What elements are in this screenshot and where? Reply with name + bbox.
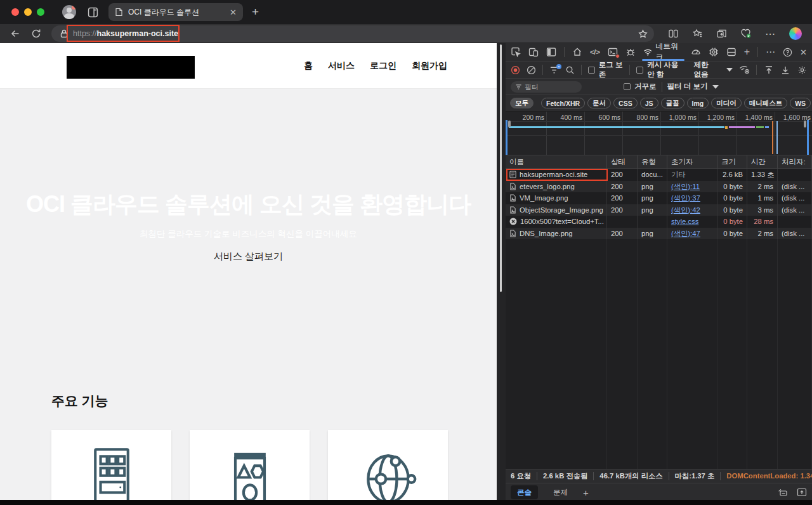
feature-card-vm[interactable]: [51, 430, 171, 500]
browser-essentials-icon[interactable]: [740, 29, 752, 39]
drawer-add-tab-icon[interactable]: +: [583, 487, 589, 498]
table-row[interactable]: ObjectStorage_Image.png 200 png (색인):42 …: [506, 204, 812, 216]
chip-doc[interactable]: 문서: [587, 98, 611, 108]
col-initiator[interactable]: 초기자: [667, 155, 717, 169]
table-row-failed[interactable]: 1600x500?text=Cloud+T... style.css 0 byt…: [506, 216, 812, 228]
export-har-icon[interactable]: [781, 65, 790, 75]
record-network-log-icon[interactable]: [511, 65, 520, 75]
hero-cta-link[interactable]: 서비스 살펴보기: [0, 251, 497, 263]
collections-icon[interactable]: [716, 29, 727, 39]
close-window-button[interactable]: [11, 8, 19, 16]
lock-icon[interactable]: [60, 29, 68, 38]
performance-gauge-icon[interactable]: [691, 47, 701, 57]
chip-js[interactable]: JS: [640, 98, 658, 108]
invert-filter-checkbox[interactable]: 거꾸로: [624, 82, 657, 91]
disable-cache-checkbox[interactable]: 캐시 사용 안 함: [636, 60, 687, 79]
chip-manifest[interactable]: 매니페스트: [744, 98, 788, 108]
favorite-star-icon[interactable]: [638, 29, 648, 39]
maximize-window-button[interactable]: [37, 8, 44, 16]
dock-side-icon[interactable]: [546, 47, 556, 57]
more-menu-icon[interactable]: ⋯: [765, 28, 776, 40]
col-type[interactable]: 유형: [638, 155, 667, 169]
chip-css[interactable]: CSS: [613, 98, 638, 108]
back-icon[interactable]: [10, 29, 21, 39]
chip-font[interactable]: 글꼴: [661, 98, 684, 108]
request-initiator-link[interactable]: (색인):47: [671, 230, 700, 237]
chip-ws[interactable]: WS: [790, 98, 811, 108]
request-initiator-link[interactable]: style.css: [671, 218, 698, 225]
chip-img[interactable]: Img: [687, 98, 709, 108]
search-icon[interactable]: [565, 65, 575, 75]
drawer-tab-console[interactable]: 콘솔: [511, 485, 538, 499]
network-conditions-icon[interactable]: [739, 65, 750, 74]
table-row[interactable]: etevers_logo.png 200 png (색인):11 0 byte …: [506, 181, 812, 193]
memory-chip-icon[interactable]: [709, 47, 719, 57]
expand-quick-view-icon[interactable]: [797, 488, 807, 497]
col-fulfilled[interactable]: 처리자:: [778, 155, 812, 169]
console-tab-icon[interactable]: [608, 47, 618, 57]
throttling-dropdown[interactable]: 제한 없음: [694, 60, 733, 79]
nav-item-home[interactable]: 홈: [304, 60, 313, 72]
preserve-log-checkbox[interactable]: 로그 보존: [588, 60, 624, 79]
timeline-right-handle[interactable]: [807, 120, 809, 155]
reload-icon[interactable]: [31, 29, 41, 39]
request-initiator-link[interactable]: (색인):42: [671, 206, 700, 214]
sources-debug-icon[interactable]: [625, 47, 636, 57]
more-tabs-icon[interactable]: +: [744, 46, 750, 58]
invert-checkbox-box[interactable]: [624, 83, 631, 90]
workspaces-icon[interactable]: [88, 7, 98, 18]
col-size[interactable]: 크기: [717, 155, 747, 169]
inspect-element-icon[interactable]: [511, 47, 521, 57]
more-filters-dropdown[interactable]: 필터 더 보기: [667, 82, 719, 91]
timeline-left-handle[interactable]: [506, 120, 508, 155]
drawer-tab-issues[interactable]: 문제: [547, 485, 574, 499]
chip-fetch-xhr[interactable]: Fetch/XHR: [541, 98, 585, 108]
elements-tab-icon[interactable]: </>: [590, 48, 600, 56]
feature-card-object-storage[interactable]: [190, 430, 310, 500]
devtools-more-menu-icon[interactable]: ⋯: [766, 46, 775, 58]
devtools-close-icon[interactable]: ✕: [800, 48, 807, 57]
page-scrollbar-thumb[interactable]: [500, 44, 502, 292]
split-screen-icon[interactable]: [668, 29, 679, 39]
page-scrollbar[interactable]: [497, 43, 506, 500]
nav-item-signup[interactable]: 회원가입: [412, 60, 447, 72]
feature-card-dns[interactable]: [328, 430, 448, 500]
favorites-hub-icon[interactable]: [692, 29, 703, 39]
layers-icon[interactable]: [726, 47, 737, 57]
table-row[interactable]: haksuperman-oci.site 200 docu... 기타 2.6 …: [506, 169, 812, 181]
request-initiator-link[interactable]: (색인):37: [671, 194, 700, 202]
preserve-log-checkbox-box[interactable]: [588, 67, 595, 74]
tab-close-icon[interactable]: ✕: [230, 8, 237, 17]
chip-media[interactable]: 미디어: [711, 98, 742, 108]
table-row[interactable]: VM_Image.png 200 png (색인):37 0 byte 1 ms…: [506, 192, 812, 204]
site-logo-redacted[interactable]: [67, 56, 195, 79]
new-tab-button[interactable]: +: [252, 5, 259, 19]
table-row[interactable]: DNS_Image.png 200 png (색인):47 0 byte 2 m…: [506, 228, 812, 240]
browser-tab[interactable]: OCI 클라우드 솔루션 ✕: [108, 3, 243, 21]
nav-item-login[interactable]: 로그인: [370, 60, 396, 72]
col-name[interactable]: 이름: [506, 155, 607, 169]
welcome-home-icon[interactable]: [572, 47, 582, 57]
devtools-help-icon[interactable]: [783, 48, 792, 57]
col-status[interactable]: 상태: [607, 155, 638, 169]
device-emulation-icon[interactable]: [528, 47, 539, 57]
clear-network-log-icon[interactable]: [527, 65, 536, 75]
chip-all[interactable]: 모두: [510, 98, 534, 108]
request-type: png: [638, 181, 667, 193]
nav-item-services[interactable]: 서비스: [328, 60, 355, 72]
address-bar[interactable]: https://haksuperman-oci.site: [51, 25, 654, 42]
request-initiator-link[interactable]: (색인):11: [671, 183, 700, 190]
profile-avatar[interactable]: [62, 5, 76, 19]
network-timeline-overview[interactable]: 200 ms 400 ms 600 ms 800 ms 1,000 ms 1,2…: [506, 112, 812, 155]
tab-network[interactable]: 네트워크: [643, 43, 683, 62]
disable-cache-checkbox-box[interactable]: [636, 67, 643, 74]
timeline-right-nub[interactable]: [804, 121, 806, 128]
import-har-icon[interactable]: [764, 65, 773, 75]
minimize-window-button[interactable]: [24, 8, 32, 16]
timeline-left-nub[interactable]: [508, 121, 511, 128]
filter-funnel-icon[interactable]: ×: [549, 66, 559, 74]
network-settings-gear-icon[interactable]: [797, 65, 807, 75]
clear-activity-icon[interactable]: [778, 488, 788, 497]
copilot-icon[interactable]: [789, 27, 802, 40]
col-time[interactable]: 시간: [747, 155, 778, 169]
